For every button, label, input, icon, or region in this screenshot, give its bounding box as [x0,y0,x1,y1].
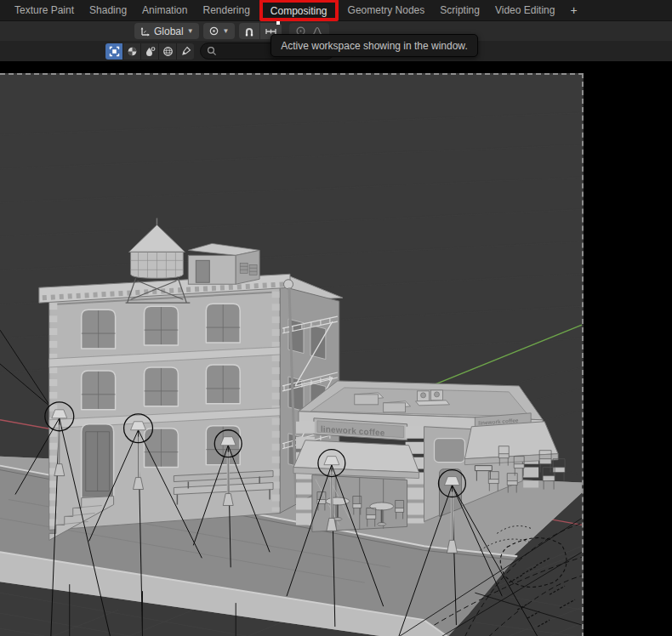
shading-wireframe-button[interactable] [105,43,122,60]
blender-window: { "topbar": { "tabs": [ {"label": "Textu… [0,0,672,636]
desktop-background: linework coffee linework coffee [0,61,672,636]
awning-right [464,422,558,465]
brush-icon [180,46,191,57]
dropdown-indicator-square [276,21,280,25]
tank-staves [131,252,184,278]
storefront-glass [312,475,407,532]
tab-compositing[interactable]: Compositing [267,3,331,19]
tab-geometry-nodes[interactable]: Geometry Nodes [340,2,433,19]
tooltip: Active workspace showing in the window. [271,34,478,57]
shading-material-preview-button[interactable] [141,43,158,60]
chevron-down-icon: ▼ [223,28,230,35]
tab-texture-paint[interactable]: Texture Paint [7,2,82,19]
shading-mode-group [105,43,194,60]
pivot-point-dropdown[interactable]: ▼ [203,23,235,39]
shading-rendered-button[interactable] [159,43,176,60]
roof-bulkhead[interactable] [188,243,259,284]
transform-orientation-label: Global [154,26,184,37]
material-preview-icon [145,46,156,57]
rendered-shading-icon [162,46,174,57]
solid-shading-icon [127,46,138,57]
bulkhead-door [196,260,209,282]
wireframe-icon [109,46,120,57]
shading-solid-button[interactable] [123,43,140,60]
awning-left [293,440,419,479]
side-window [435,439,465,463]
tab-shading[interactable]: Shading [82,2,134,19]
workspace-tab-bar: Texture Paint Shading Animation Renderin… [0,0,672,20]
shading-texture-paint-button[interactable] [177,43,194,60]
viewport-scene: linework coffee linework coffee [0,75,582,636]
add-workspace-button[interactable]: + [562,3,584,18]
search-icon [207,46,217,56]
pivot-point-icon [208,26,219,37]
snap-toggle-button[interactable] [239,23,259,39]
magnet-icon [243,26,255,37]
chevron-down-icon: ▼ [187,28,194,35]
tooltip-text: Active workspace showing in the window. [281,40,467,52]
tab-scripting[interactable]: Scripting [432,2,487,19]
compositing-tab-highlight-box: Compositing [259,0,339,21]
tab-video-editing[interactable]: Video Editing [487,2,563,19]
tab-animation[interactable]: Animation [134,2,195,19]
transform-orientation-icon [140,26,151,37]
transform-orientation-dropdown[interactable]: Global ▼ [134,23,199,39]
drain-pipe-top [284,280,293,289]
tab-rendering[interactable]: Rendering [195,2,257,19]
3d-viewport[interactable]: linework coffee linework coffee [0,73,584,636]
